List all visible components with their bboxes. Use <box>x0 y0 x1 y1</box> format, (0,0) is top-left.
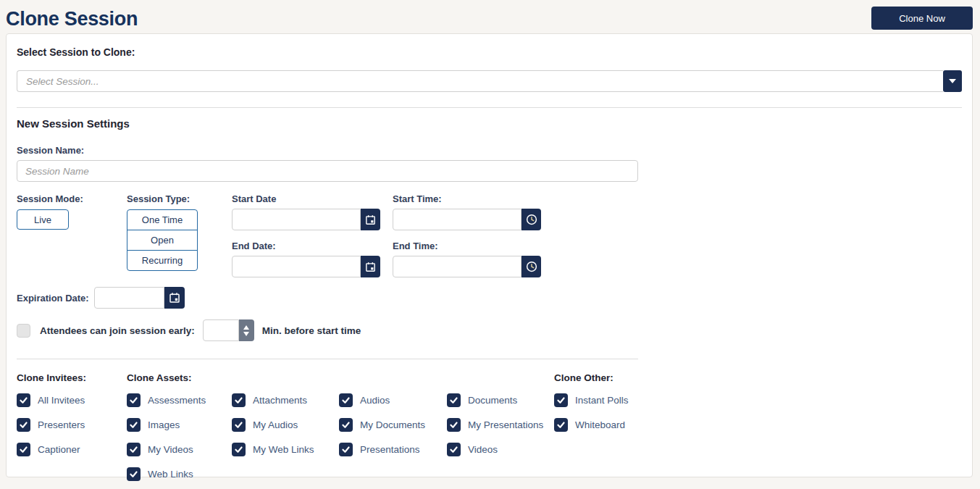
checkbox-checked-icon[interactable] <box>17 418 30 432</box>
stepper-up-icon[interactable] <box>243 325 249 330</box>
clone-options-grid: Clone Invitees: All Invitees Presenters … <box>17 372 962 489</box>
end-time-clock-button[interactable] <box>522 256 541 277</box>
clone-option[interactable]: Attachments <box>232 393 339 407</box>
expiration-row: Expiration Date: <box>17 287 962 309</box>
session-select: Select Session... <box>17 70 962 92</box>
clone-option[interactable]: My Web Links <box>232 443 339 456</box>
clone-option[interactable]: Presenters <box>17 418 127 432</box>
calendar-icon <box>364 214 377 226</box>
clone-other-column: Clone Other: Instant Polls Whiteboard <box>554 372 656 489</box>
end-date-input[interactable] <box>232 256 361 277</box>
clone-option[interactable]: All Invitees <box>17 393 127 407</box>
clone-now-button[interactable]: Clone Now <box>871 7 973 30</box>
checkbox-checked-icon[interactable] <box>232 393 246 407</box>
end-date-calendar-button[interactable] <box>361 256 380 277</box>
clone-option[interactable]: Presentations <box>339 443 447 456</box>
checkbox-checked-icon[interactable] <box>232 418 246 432</box>
join-early-suffix-label: Min. before start time <box>262 325 361 336</box>
clone-option-label: Images <box>148 419 180 430</box>
checkbox-checked-icon[interactable] <box>17 443 30 456</box>
top-bar: Clone Session Clone Now <box>0 0 980 29</box>
join-early-minutes-input[interactable] <box>203 319 239 341</box>
join-early-row: Attendees can join session early: Min. b… <box>17 319 962 341</box>
clone-option-label: My Videos <box>148 444 193 455</box>
clone-option[interactable]: Assessments <box>127 393 232 407</box>
clone-option[interactable]: Instant Polls <box>554 393 656 407</box>
expiration-date-calendar-button[interactable] <box>164 287 185 309</box>
clone-session-panel: Select Session to Clone: Select Session.… <box>6 33 973 477</box>
session-name-input[interactable] <box>17 160 638 182</box>
minutes-stepper[interactable] <box>239 319 254 341</box>
clone-option-label: My Presentations <box>468 419 543 430</box>
checkbox-checked-icon[interactable] <box>339 418 353 432</box>
start-time-input[interactable] <box>393 209 522 230</box>
clone-option[interactable]: Audios <box>339 393 447 407</box>
times-column: Start Time: End Time: <box>393 193 541 277</box>
checkbox-checked-icon[interactable] <box>127 443 141 456</box>
calendar-icon <box>364 261 377 273</box>
join-early-checkbox[interactable] <box>17 324 30 338</box>
session-type-label: Session Type: <box>127 193 232 204</box>
end-time-input[interactable] <box>393 256 522 277</box>
clone-assets-column-3: Audios My Documents Presentations <box>339 372 447 489</box>
start-time-clock-button[interactable] <box>522 209 541 230</box>
start-date-calendar-button[interactable] <box>361 209 380 230</box>
checkbox-checked-icon[interactable] <box>447 418 461 432</box>
checkbox-checked-icon[interactable] <box>554 418 568 432</box>
clone-option-label: Presenters <box>38 419 85 430</box>
session-options-row: Session Mode: Live Session Type: One Tim… <box>17 193 962 277</box>
clone-option-label: My Documents <box>360 419 425 430</box>
clone-option[interactable]: My Videos <box>127 443 232 456</box>
join-early-label: Attendees can join session early: <box>40 325 195 336</box>
expiration-date-input[interactable] <box>94 287 164 309</box>
clone-assets-heading: Clone Assets: <box>127 372 232 387</box>
session-select-input[interactable]: Select Session... <box>17 70 943 92</box>
checkbox-checked-icon[interactable] <box>339 393 353 407</box>
checkbox-checked-icon[interactable] <box>232 443 246 456</box>
end-date-label: End Date: <box>232 241 393 251</box>
clone-option-label: All Invitees <box>38 395 85 406</box>
clone-assets-column-4: Documents My Presentations Videos <box>447 372 554 489</box>
clone-option[interactable]: Whiteboard <box>554 418 656 432</box>
clone-option-label: Web Links <box>148 469 193 480</box>
checkbox-checked-icon[interactable] <box>339 443 353 456</box>
clone-option[interactable]: Documents <box>447 393 554 407</box>
clock-icon <box>525 213 538 226</box>
chevron-down-icon <box>949 79 956 83</box>
checkbox-checked-icon[interactable] <box>17 393 30 407</box>
checkbox-checked-icon[interactable] <box>127 393 141 407</box>
select-session-label: Select Session to Clone: <box>17 46 962 58</box>
stepper-down-icon[interactable] <box>243 332 249 336</box>
clone-invitees-heading: Clone Invitees: <box>17 372 127 387</box>
clone-invitees-column: Clone Invitees: All Invitees Presenters … <box>17 372 127 489</box>
session-select-dropdown-button[interactable] <box>943 70 962 92</box>
clone-option-label: Instant Polls <box>575 395 629 406</box>
clone-option[interactable]: Images <box>127 418 232 432</box>
checkbox-checked-icon[interactable] <box>447 393 461 407</box>
session-type-group: One Time Open Recurring <box>127 209 198 271</box>
checkbox-checked-icon[interactable] <box>447 443 461 456</box>
clone-option[interactable]: Web Links <box>127 467 232 481</box>
clone-other-heading: Clone Other: <box>554 372 656 387</box>
session-type-option[interactable]: One Time <box>127 209 198 230</box>
clone-option-label: Audios <box>360 395 390 406</box>
session-mode-label: Session Mode: <box>17 193 127 204</box>
clone-option[interactable]: My Documents <box>339 418 447 432</box>
clone-option[interactable]: My Presentations <box>447 418 554 432</box>
divider <box>17 107 962 108</box>
clone-option-label: Documents <box>468 395 517 406</box>
session-mode-option[interactable]: Live <box>17 209 69 230</box>
clone-option[interactable]: My Audios <box>232 418 339 432</box>
checkbox-checked-icon[interactable] <box>127 467 141 481</box>
start-date-input[interactable] <box>232 209 361 230</box>
checkbox-checked-icon[interactable] <box>127 418 141 432</box>
session-type-option[interactable]: Open <box>127 230 198 251</box>
clone-option[interactable]: Captioner <box>17 443 127 456</box>
clock-icon <box>525 260 538 273</box>
session-name-label: Session Name: <box>17 145 962 156</box>
clone-option-label: Videos <box>468 444 498 455</box>
checkbox-checked-icon[interactable] <box>554 393 568 407</box>
session-type-option[interactable]: Recurring <box>127 250 198 271</box>
clone-option[interactable]: Videos <box>447 443 554 456</box>
page-title: Clone Session <box>6 7 138 31</box>
